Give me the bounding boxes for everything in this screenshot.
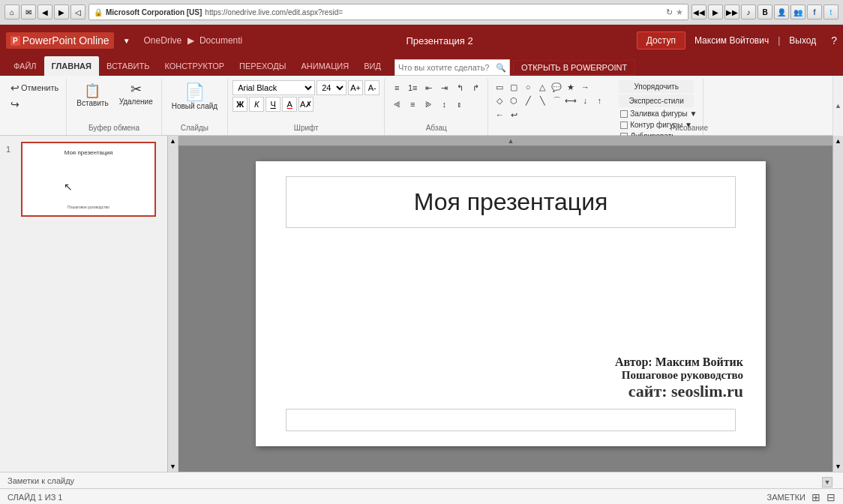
bold-button[interactable]: Ж bbox=[232, 97, 248, 112]
slide-scroll-down[interactable]: ▼ bbox=[168, 461, 178, 472]
tab-file[interactable]: ФАЙЛ bbox=[6, 56, 44, 76]
slide-subtitle-box[interactable] bbox=[286, 409, 736, 431]
search-input[interactable] bbox=[398, 63, 496, 72]
notes-scroll-down[interactable]: ▼ bbox=[822, 477, 832, 488]
tab-design[interactable]: КОНСТРУКТОР bbox=[157, 56, 232, 76]
shape-turn-btn[interactable]: ↩ bbox=[507, 108, 520, 122]
bookmark-icon[interactable]: ★ bbox=[676, 8, 683, 17]
canvas-scroll-up[interactable]: ▲ bbox=[178, 136, 843, 146]
tab-view[interactable]: ВИД bbox=[356, 56, 388, 76]
indent-increase-btn[interactable]: ⇥ bbox=[436, 80, 452, 95]
align-center-btn[interactable]: ≡ bbox=[405, 97, 420, 112]
logout-button[interactable]: Выход bbox=[789, 35, 816, 46]
quick-styles-button[interactable]: Экспресс-стили bbox=[619, 94, 694, 107]
shape-circle-btn[interactable]: ○ bbox=[521, 80, 535, 94]
tab-animation[interactable]: АНИМАЦИЯ bbox=[294, 56, 357, 76]
slide-panel-scrollbar: ▲ ▼ bbox=[167, 136, 178, 472]
email-browser-btn[interactable]: ✉ bbox=[21, 4, 36, 20]
italic-button[interactable]: К bbox=[249, 97, 264, 112]
media-next-btn[interactable]: ▶▶ bbox=[724, 4, 740, 20]
shape-speech-btn[interactable]: 💬 bbox=[550, 80, 563, 94]
shape-up-arrow-btn[interactable]: ↑ bbox=[592, 94, 606, 107]
ribbon-collapse-button[interactable]: ▲ bbox=[832, 76, 843, 136]
notes-view-btn[interactable]: ЗАМЕТКИ bbox=[766, 493, 806, 502]
shape-round-rect-btn[interactable]: ▢ bbox=[507, 80, 520, 94]
ltr-btn[interactable]: ↰ bbox=[452, 80, 467, 95]
tab-home[interactable]: ГЛАВНАЯ bbox=[44, 56, 99, 76]
paragraph-row1: ≡ 1≡ ⇤ ⇥ ↰ ↱ bbox=[389, 80, 483, 95]
redo-icon: ↪ bbox=[10, 98, 20, 110]
underline-button[interactable]: Ч bbox=[266, 97, 280, 112]
redo-button[interactable]: ↪ bbox=[8, 97, 62, 112]
open-in-powerpoint-button[interactable]: ОТКРЫТЬ В POWERPOINT bbox=[513, 60, 635, 75]
shape-line-btn[interactable]: ╱ bbox=[521, 94, 535, 107]
fill-shape-button[interactable]: Заливка фигуры ▼ bbox=[619, 109, 698, 118]
arrange-button[interactable]: Упорядочить bbox=[619, 80, 694, 93]
facebook-btn[interactable]: f bbox=[807, 4, 822, 20]
rtl-btn[interactable]: ↱ bbox=[468, 80, 483, 95]
canvas-scroll-right-down[interactable]: ▼ bbox=[833, 461, 843, 472]
shape-triangle-btn[interactable]: △ bbox=[536, 80, 549, 94]
shape-star-btn[interactable]: ★ bbox=[564, 80, 578, 94]
share-btn[interactable]: ◁ bbox=[70, 4, 86, 20]
home-browser-btn[interactable]: ⌂ bbox=[4, 4, 20, 20]
font-size-select[interactable]: 24 bbox=[316, 80, 346, 95]
delete-button[interactable]: ✂ Удаление bbox=[116, 80, 157, 108]
breadcrumb-folder[interactable]: Documenti bbox=[200, 35, 242, 46]
tab-transitions[interactable]: ПЕРЕХОДЫ bbox=[232, 56, 293, 76]
paste-button[interactable]: 📋 Вставить bbox=[71, 80, 113, 111]
slide-scroll-up[interactable]: ▲ bbox=[168, 136, 178, 146]
columns-btn[interactable]: ⫾ bbox=[452, 97, 467, 112]
twitter-btn[interactable]: t bbox=[824, 4, 838, 20]
clear-format-btn[interactable]: A✗ bbox=[298, 97, 314, 112]
canvas-scrollbar: ▲ ▼ bbox=[832, 136, 843, 472]
font-name-select[interactable]: Arial Black bbox=[232, 80, 315, 95]
decrease-font-btn[interactable]: A- bbox=[364, 80, 380, 95]
media-prev-btn[interactable]: ◀◀ bbox=[692, 4, 706, 20]
help-button[interactable]: ? bbox=[831, 34, 837, 46]
canvas-scroll-right-up[interactable]: ▲ bbox=[833, 136, 843, 146]
slides-group-label: Слайды bbox=[181, 124, 208, 134]
slide-view-icon1[interactable]: ⊞ bbox=[812, 491, 820, 503]
presentation-name: Презентация 2 bbox=[248, 35, 631, 46]
list-num-btn[interactable]: 1≡ bbox=[405, 80, 420, 95]
new-slide-button[interactable]: 📄 Новый слайд bbox=[166, 80, 223, 114]
people-btn[interactable]: 👤 bbox=[774, 4, 789, 20]
line-spacing-btn[interactable]: ↕ bbox=[436, 97, 452, 112]
breadcrumb-home[interactable]: OneDrive bbox=[144, 35, 182, 46]
shape-hex-btn[interactable]: ⬡ bbox=[507, 94, 520, 107]
shape-line2-btn[interactable]: ╲ bbox=[536, 94, 549, 107]
align-right-btn[interactable]: ⫸ bbox=[421, 97, 436, 112]
search-icon[interactable]: 🔍 bbox=[496, 63, 506, 73]
shape-curve-btn[interactable]: ⌒ bbox=[550, 94, 563, 107]
notes-bar: Заметки к слайду ▼ bbox=[0, 472, 843, 488]
shape-rect-btn[interactable]: ▭ bbox=[493, 80, 506, 94]
shape-double-arrow-btn[interactable]: ⟷ bbox=[564, 94, 578, 107]
list-btn[interactable]: ≡ bbox=[389, 80, 404, 95]
shape-arrow-btn[interactable]: → bbox=[578, 80, 592, 94]
search-box[interactable]: 🔍 bbox=[394, 59, 510, 76]
tab-insert[interactable]: ВСТАВИТЬ bbox=[99, 56, 157, 76]
increase-font-btn[interactable]: A+ bbox=[348, 80, 363, 95]
refresh-icon[interactable]: ↻ bbox=[666, 8, 673, 17]
access-button[interactable]: Доступ bbox=[637, 32, 686, 50]
font-color-button[interactable]: А bbox=[282, 97, 297, 112]
bold-browser-btn[interactable]: B bbox=[758, 4, 772, 20]
slide-canvas[interactable]: Моя презентация Автор: Максим Войтик Пош… bbox=[256, 161, 766, 446]
align-left-btn[interactable]: ⫷ bbox=[389, 97, 404, 112]
slide-thumbnail[interactable]: Моя презентация ↖ Моя презентация Пошаго… bbox=[21, 142, 156, 217]
undo-button[interactable]: ↩ Отменить bbox=[8, 80, 62, 95]
back-btn[interactable]: ◀ bbox=[38, 4, 52, 20]
slide-view-icon2[interactable]: ⊟ bbox=[826, 491, 836, 503]
shape-diamond-btn[interactable]: ◇ bbox=[493, 94, 506, 107]
music-btn[interactable]: ♪ bbox=[741, 4, 756, 20]
forward-btn[interactable]: ▶ bbox=[54, 4, 69, 20]
indent-decrease-btn[interactable]: ⇤ bbox=[421, 80, 436, 95]
media-play-btn[interactable]: ▶ bbox=[708, 4, 723, 20]
friends-btn[interactable]: 👥 bbox=[790, 4, 806, 20]
address-bar[interactable]: 🔒 Microsoft Corporation [US] https://one… bbox=[88, 4, 688, 20]
shape-left-arrow-btn[interactable]: ← bbox=[493, 108, 506, 122]
slide-title-box[interactable]: Моя презентация bbox=[286, 176, 736, 228]
shape-down-arrow-btn[interactable]: ↓ bbox=[578, 94, 592, 107]
title-dropdown-arrow[interactable]: ▼ bbox=[123, 37, 130, 45]
